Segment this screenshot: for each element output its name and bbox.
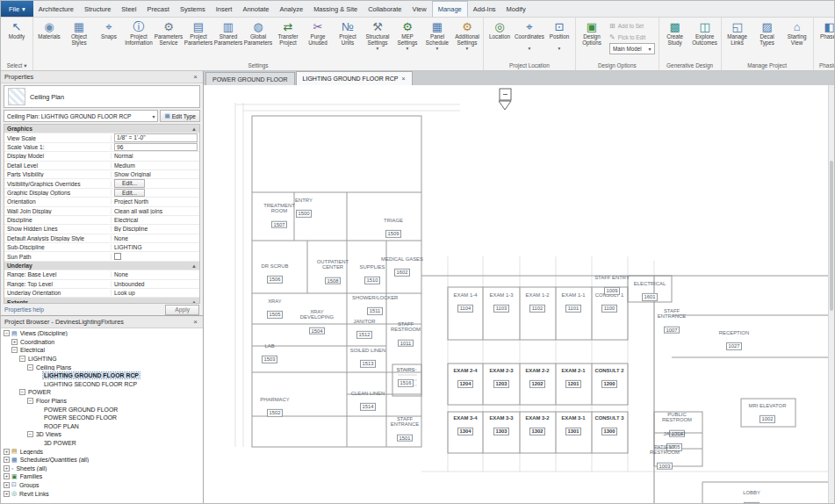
menu-tab-add-ins[interactable]: Add-Ins — [468, 1, 501, 17]
checkbox[interactable] — [114, 253, 121, 260]
collapse-icon[interactable]: − — [19, 389, 25, 395]
mep-settings-button[interactable]: ⚙MEP Settings▾ — [392, 18, 422, 61]
close-icon[interactable]: × — [191, 318, 199, 326]
browser-item-coordination[interactable]: +Coordination — [1, 338, 203, 347]
browser-item-schedules-quantities-all[interactable]: +▦Schedules/Quantities (all) — [1, 456, 203, 464]
apply-button[interactable]: Apply — [165, 305, 199, 315]
collapse-icon[interactable]: − — [27, 398, 33, 404]
properties-help-link[interactable]: Properties help — [4, 306, 165, 313]
collapse-icon[interactable]: − — [4, 330, 10, 336]
expand-icon[interactable]: + — [4, 449, 10, 455]
browser-item-sheets-all[interactable]: +▫Sheets (all) — [1, 464, 203, 473]
decal-types-button[interactable]: ▨Decal Types — [752, 18, 782, 61]
browser-item-3d-power[interactable]: 3D POWER — [1, 439, 203, 448]
position-button[interactable]: ⊡Position▾ — [544, 18, 574, 61]
browser-item-legends[interactable]: +▤Legends — [1, 447, 203, 456]
expand-icon[interactable]: + — [4, 482, 10, 488]
browser-item-electrical[interactable]: −Electrical — [1, 346, 203, 355]
browser-item-views-discipline[interactable]: −▤Views (Discipline) — [1, 329, 203, 338]
close-icon[interactable]: × — [191, 73, 199, 81]
menu-tab-analyze[interactable]: Analyze — [274, 1, 308, 17]
collapse-icon[interactable]: − — [19, 356, 25, 362]
create-study-button[interactable]: ▩Create Study — [660, 18, 690, 61]
menu-tab-modify[interactable]: Modify — [501, 1, 531, 17]
browser-item-power-second-floor[interactable]: POWER SECOND FLOOR — [1, 414, 203, 422]
menu-tab-insert[interactable]: Insert — [211, 1, 238, 17]
menu-tab-systems[interactable]: Systems — [175, 1, 211, 17]
explore-outcomes-button[interactable]: ◫Explore Outcomes — [690, 18, 720, 61]
collapse-icon[interactable]: − — [27, 364, 33, 371]
edit-button[interactable]: Edit... — [114, 189, 145, 198]
property-value-field[interactable]: 96 — [114, 143, 198, 151]
section-header-graphics[interactable]: Graphics▲ — [4, 125, 199, 133]
menu-tab-precast[interactable]: Precast — [141, 1, 174, 17]
edit-type-button[interactable]: ▦ Edit Type — [160, 110, 200, 122]
instance-combo[interactable]: Ceiling Plan: LIGHTING GROUND FLOOR RCP … — [4, 110, 158, 122]
browser-item-groups[interactable]: +⊡Groups — [1, 481, 203, 490]
menu-tab-collaborate[interactable]: Collaborate — [363, 1, 407, 17]
browser-item-lighting-ground-floor-rcp[interactable]: LIGHTING GROUND FLOOR RCP — [1, 371, 203, 380]
parameters-service-button[interactable]: ⚙Parameters Service — [154, 18, 184, 61]
structural-settings-button[interactable]: ⚒Structural Settings▾ — [363, 18, 392, 61]
transfer-project-standards-button[interactable]: ⇄Transfer Project Standards — [273, 18, 303, 61]
drawing-canvas[interactable]: TREATMENT ROOM1507ENTRY1500TRIAGE1509DR … — [204, 85, 834, 503]
object-styles-button[interactable]: ▦Object Styles — [64, 18, 94, 61]
project-information-button[interactable]: ⓘProject Information — [124, 18, 154, 61]
purge-unused-button[interactable]: ✂Purge Unused — [303, 18, 333, 61]
starting-view-button[interactable]: ⌂Starting View — [782, 18, 812, 61]
project-parameters-button[interactable]: ▤Project Parameters — [184, 18, 213, 61]
menu-tab-architecture[interactable]: Architecture — [33, 1, 79, 17]
project-units-button[interactable]: №Project Units — [333, 18, 363, 61]
manage-links-button[interactable]: ◱Manage Links — [723, 18, 752, 61]
panel-schedule-templates-button[interactable]: ▦Panel Schedule Templates▾ — [422, 18, 452, 61]
section-header-underlay[interactable]: Underlay▲ — [4, 262, 199, 270]
browser-item-roof-plan[interactable]: ROOF PLAN — [1, 422, 203, 431]
materials-button[interactable]: ◉Materials — [34, 18, 64, 61]
scrollbar-thumb[interactable] — [830, 161, 833, 311]
edit-button[interactable]: Edit... — [114, 179, 145, 188]
view-tab-power-ground-floor[interactable]: POWER GROUND FLOOR — [205, 72, 295, 85]
shared-parameters-button[interactable]: ▥Shared Parameters — [213, 18, 243, 61]
browser-item-3d-views[interactable]: −3D Views — [1, 430, 203, 439]
close-tab-icon[interactable]: × — [401, 76, 405, 82]
browser-item-lighting-second-floor-rcp[interactable]: LIGHTING SECOND FLOOR RCP — [1, 380, 203, 389]
additional-settings-button[interactable]: ⚙Additional Settings▾ — [452, 18, 482, 61]
canvas-scrollbar[interactable] — [828, 85, 834, 503]
ribbon-group-caption-select[interactable]: Select ▾ — [1, 61, 32, 70]
expand-icon[interactable]: + — [11, 339, 18, 345]
design-options-button[interactable]: ▣Design Options — [577, 18, 607, 61]
browser-item-floor-plans[interactable]: −Floor Plans — [1, 397, 203, 406]
menu-tab-manage[interactable]: Manage — [432, 1, 468, 17]
menu-tab-annotate[interactable]: Annotate — [237, 1, 274, 17]
main-model-button[interactable]: Main Model▾ — [609, 43, 655, 54]
type-selector[interactable]: Ceiling Plan — [4, 85, 200, 108]
menu-tab-steel[interactable]: Steel — [116, 1, 141, 17]
browser-item-power[interactable]: −POWER — [1, 388, 203, 397]
browser-item-lighting[interactable]: −LIGHTING — [1, 355, 203, 364]
expand-icon[interactable]: + — [4, 473, 10, 479]
phases-button[interactable]: ◧Phases — [815, 18, 834, 61]
browser-item-families[interactable]: +▣Families — [1, 472, 203, 481]
expand-icon[interactable]: + — [4, 457, 10, 463]
menu-tab-massing-site[interactable]: Massing & Site — [308, 1, 363, 17]
property-value-field[interactable]: 1/8" = 1'-0" — [114, 133, 198, 141]
browser-item-revit-links[interactable]: +◎Revit Links — [1, 489, 203, 498]
expand-icon[interactable]: + — [4, 491, 10, 497]
collapse-icon[interactable]: − — [11, 347, 18, 353]
location-button[interactable]: ◎Location — [485, 18, 515, 61]
collapse-icon[interactable]: − — [27, 431, 33, 437]
room-name: EXAM 2-2 — [515, 368, 560, 373]
browser-item-power-ground-floor[interactable]: POWER GROUND FLOOR — [1, 405, 203, 414]
menu-tab-structure[interactable]: Structure — [79, 1, 116, 17]
snaps-button[interactable]: ⌖Snaps — [94, 18, 124, 61]
file-tab[interactable]: File ▾ — [1, 1, 33, 17]
menu-tab-view[interactable]: View — [407, 1, 432, 17]
section-header-extents[interactable]: Extents▲ — [4, 298, 199, 304]
global-parameters-button[interactable]: ◍Global Parameters — [243, 18, 273, 61]
modify-button[interactable]: ↖Modify — [2, 18, 32, 61]
view-tab-lighting-ground-floor-rcp[interactable]: LIGHTING GROUND FLOOR RCP× — [296, 71, 413, 85]
browser-item-ceiling-plans[interactable]: −Ceiling Plans — [1, 363, 203, 371]
expand-icon[interactable]: + — [4, 465, 10, 472]
main-model-combo[interactable]: Main Model▾ — [609, 43, 655, 54]
coordinates-button[interactable]: ⌖Coordinates▾ — [515, 18, 544, 61]
